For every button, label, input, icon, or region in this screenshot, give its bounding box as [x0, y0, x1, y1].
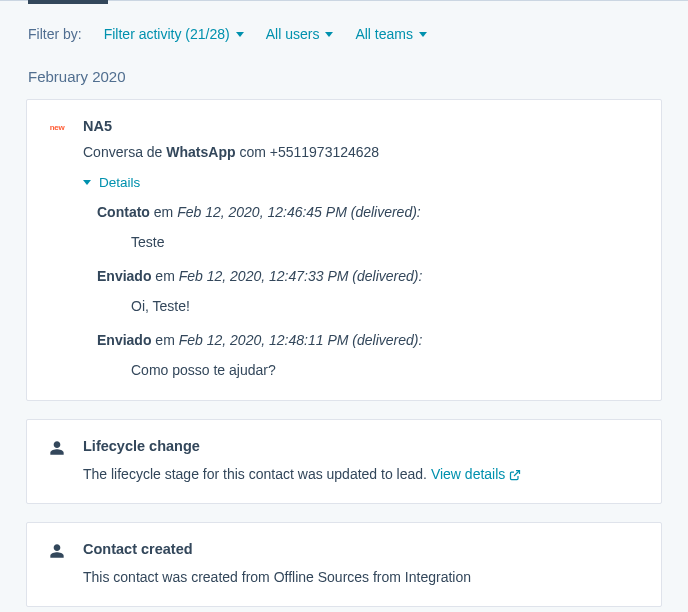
conversation-sender: NA5 — [83, 118, 641, 134]
subtitle-channel: WhatsApp — [166, 144, 235, 160]
message-timestamp: Feb 12, 2020, 12:48:11 PM — [179, 332, 349, 348]
conversation-card: new NA5 Conversa de WhatsApp com +551197… — [26, 99, 662, 401]
message-mid: em — [150, 204, 177, 220]
message-mid: em — [151, 268, 178, 284]
details-label: Details — [99, 175, 140, 190]
message-body: Teste — [131, 234, 641, 250]
card-icon-column — [47, 541, 67, 588]
lifecycle-text-row: The lifecycle stage for this contact was… — [83, 464, 641, 485]
message-item: Contato em Feb 12, 2020, 12:46:45 PM (de… — [97, 204, 641, 250]
caret-down-icon — [325, 32, 333, 37]
message-body: Como posso te ajudar? — [131, 362, 641, 378]
chevron-down-icon — [83, 180, 91, 185]
conversation-subtitle: Conversa de WhatsApp com +5511973124628 — [83, 144, 641, 160]
message-direction: Enviado — [97, 332, 151, 348]
paren-close: ): — [414, 332, 423, 348]
month-header: February 2020 — [0, 68, 688, 99]
view-details-link[interactable]: View details — [431, 464, 521, 485]
filter-by-label: Filter by: — [28, 26, 82, 42]
external-link-icon — [509, 469, 521, 481]
filter-users-dropdown[interactable]: All users — [266, 26, 334, 42]
details-toggle[interactable]: Details — [83, 175, 140, 190]
message-item: Enviado em Feb 12, 2020, 12:48:11 PM (de… — [97, 332, 641, 378]
filter-activity-dropdown[interactable]: Filter activity (21/28) — [104, 26, 244, 42]
subtitle-number: +5511973124628 — [270, 144, 379, 160]
message-mid: em — [151, 332, 178, 348]
person-icon — [49, 440, 65, 456]
created-text: This contact was created from Offline So… — [83, 567, 641, 588]
message-status: delivered — [355, 204, 412, 220]
card-body: Lifecycle change The lifecycle stage for… — [83, 438, 641, 485]
paren-open: ( — [348, 332, 357, 348]
message-timestamp: Feb 12, 2020, 12:46:45 PM — [177, 204, 347, 220]
lifecycle-card: Lifecycle change The lifecycle stage for… — [26, 419, 662, 504]
message-header: Enviado em Feb 12, 2020, 12:47:33 PM (de… — [97, 268, 641, 284]
filter-activity-label: Filter activity (21/28) — [104, 26, 230, 42]
lifecycle-text: The lifecycle stage for this contact was… — [83, 466, 431, 482]
filter-bar: Filter by: Filter activity (21/28) All u… — [0, 26, 688, 68]
filter-teams-dropdown[interactable]: All teams — [355, 26, 427, 42]
filter-teams-label: All teams — [355, 26, 413, 42]
active-tab-indicator — [28, 0, 108, 4]
card-body: Contact created This contact was created… — [83, 541, 641, 588]
view-details-label: View details — [431, 464, 505, 485]
paren-close: ): — [412, 204, 421, 220]
card-icon-column — [47, 438, 67, 485]
message-direction: Contato — [97, 204, 150, 220]
message-timestamp: Feb 12, 2020, 12:47:33 PM — [179, 268, 349, 284]
caret-down-icon — [419, 32, 427, 37]
created-title: Contact created — [83, 541, 641, 557]
message-status: delivered — [357, 332, 414, 348]
subtitle-prefix: Conversa de — [83, 144, 166, 160]
integration-logo-icon: new — [50, 120, 65, 382]
person-icon — [49, 543, 65, 559]
message-body: Oi, Teste! — [131, 298, 641, 314]
message-header: Enviado em Feb 12, 2020, 12:48:11 PM (de… — [97, 332, 641, 348]
message-header: Contato em Feb 12, 2020, 12:46:45 PM (de… — [97, 204, 641, 220]
contact-created-card: Contact created This contact was created… — [26, 522, 662, 607]
paren-open: ( — [348, 268, 357, 284]
subtitle-mid: com — [236, 144, 270, 160]
lifecycle-title: Lifecycle change — [83, 438, 641, 454]
message-item: Enviado em Feb 12, 2020, 12:47:33 PM (de… — [97, 268, 641, 314]
paren-close: ): — [414, 268, 423, 284]
caret-down-icon — [236, 32, 244, 37]
card-icon-column: new — [47, 118, 67, 382]
message-direction: Enviado — [97, 268, 151, 284]
filter-users-label: All users — [266, 26, 320, 42]
card-body: NA5 Conversa de WhatsApp com +5511973124… — [83, 118, 641, 382]
message-status: delivered — [357, 268, 414, 284]
